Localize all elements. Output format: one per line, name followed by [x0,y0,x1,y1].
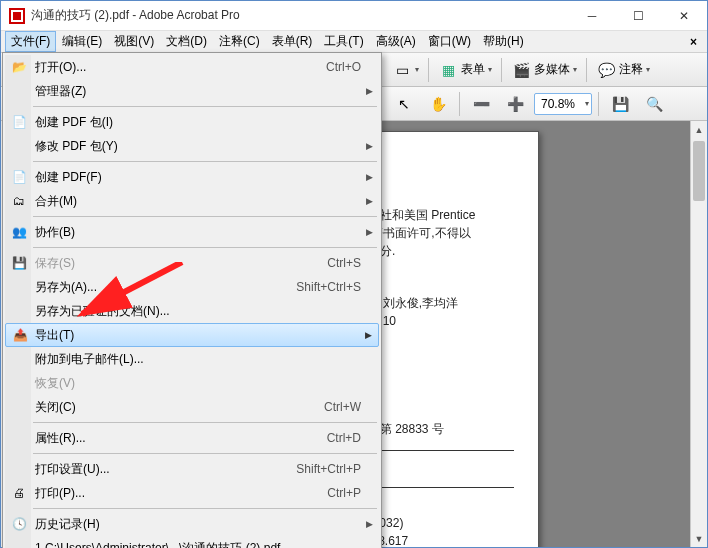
menu-window[interactable]: 窗口(W) [422,31,477,52]
form-icon: ▦ [438,60,458,80]
zoom-in[interactable]: ➕ [500,91,530,117]
menu-save: 💾 保存(S) Ctrl+S [5,251,379,275]
menu-edit[interactable]: 编辑(E) [56,31,108,52]
menu-saveas-verified[interactable]: 另存为已验证的文档(N)... [5,299,379,323]
close-button[interactable]: ✕ [661,1,707,30]
menu-saveas[interactable]: 另存为(A)... Shift+Ctrl+S [5,275,379,299]
menu-properties[interactable]: 属性(R)... Ctrl+D [5,426,379,450]
menu-comment[interactable]: 注释(C) [213,31,266,52]
menu-close[interactable]: 关闭(C) Ctrl+W [5,395,379,419]
file-menu-dropdown: 📂 打开(O)... Ctrl+O 管理器(Z)▶ 📄 创建 PDF 包(I) … [2,52,382,548]
folder-open-icon: 📂 [11,59,27,75]
zoom-out-icon: ➖ [471,94,491,114]
menu-organizer[interactable]: 管理器(Z)▶ [5,79,379,103]
menu-advanced[interactable]: 高级(A) [370,31,422,52]
tool-find[interactable]: 🔍 [639,91,669,117]
hand-icon: ✋ [428,94,448,114]
tool-form[interactable]: ▦表单▾ [433,57,497,83]
zoom-combo[interactable]: ▾ [534,93,592,115]
menu-view[interactable]: 视图(V) [108,31,160,52]
merge-icon: 🗂 [11,193,27,209]
menu-create-package[interactable]: 📄 创建 PDF 包(I) [5,110,379,134]
scroll-up[interactable]: ▲ [691,121,707,138]
menu-collaborate[interactable]: 👥 协作(B)▶ [5,220,379,244]
window-title: 沟通的技巧 (2).pdf - Adobe Acrobat Pro [31,7,569,24]
menu-document[interactable]: 文档(D) [160,31,213,52]
tool-multimedia[interactable]: 🎬多媒体▾ [506,57,582,83]
tool-save[interactable]: 💾 [605,91,635,117]
zoom-out[interactable]: ➖ [466,91,496,117]
package-icon: 📄 [11,114,27,130]
close-doc-x[interactable]: × [684,35,703,49]
media-icon: 🎬 [511,60,531,80]
find-icon: 🔍 [644,94,664,114]
menu-revert: 恢复(V) [5,371,379,395]
menu-export[interactable]: 📤 导出(T)▶ [5,323,379,347]
menu-print-setup[interactable]: 打印设置(U)... Shift+Ctrl+P [5,457,379,481]
menu-recent-1[interactable]: 1 C:\Users\Administrator\...\沟通的技巧 (2).p… [5,536,379,548]
tool-unknown[interactable]: ▭▾ [387,57,424,83]
tool-comment[interactable]: 💬注释▾ [591,57,655,83]
menu-attach-email[interactable]: 附加到电子邮件(L)... [5,347,379,371]
app-icon [9,8,25,24]
print-icon: 🖨 [11,485,27,501]
export-icon: 📤 [12,327,28,343]
page-icon: ▭ [392,60,412,80]
vertical-scrollbar[interactable]: ▲ ▼ [690,121,707,547]
menu-create-pdf[interactable]: 📄 创建 PDF(F)▶ [5,165,379,189]
menu-edit-package[interactable]: 修改 PDF 包(Y)▶ [5,134,379,158]
pdf-icon: 📄 [11,169,27,185]
cursor-icon: ↖ [394,94,414,114]
zoom-input[interactable] [537,97,585,111]
menu-help[interactable]: 帮助(H) [477,31,530,52]
save-icon: 💾 [610,94,630,114]
select-tool[interactable]: ↖ [389,91,419,117]
titlebar: 沟通的技巧 (2).pdf - Adobe Acrobat Pro ─ ☐ ✕ [1,1,707,31]
menu-form[interactable]: 表单(R) [266,31,319,52]
menu-merge[interactable]: 🗂 合并(M)▶ [5,189,379,213]
menu-open[interactable]: 📂 打开(O)... Ctrl+O [5,55,379,79]
scroll-thumb[interactable] [693,141,705,201]
menubar: 文件(F) 编辑(E) 视图(V) 文档(D) 注释(C) 表单(R) 工具(T… [1,31,707,53]
minimize-button[interactable]: ─ [569,1,615,30]
comment-icon: 💬 [596,60,616,80]
history-icon: 🕓 [11,516,27,532]
zoom-in-icon: ➕ [505,94,525,114]
menu-file[interactable]: 文件(F) [5,31,56,52]
scroll-down[interactable]: ▼ [691,530,707,547]
hand-tool[interactable]: ✋ [423,91,453,117]
zoom-dropdown[interactable]: ▾ [585,99,589,108]
menu-tool[interactable]: 工具(T) [318,31,369,52]
collab-icon: 👥 [11,224,27,240]
menu-history[interactable]: 🕓 历史记录(H)▶ [5,512,379,536]
menu-print[interactable]: 🖨 打印(P)... Ctrl+P [5,481,379,505]
save-icon: 💾 [11,255,27,271]
maximize-button[interactable]: ☐ [615,1,661,30]
